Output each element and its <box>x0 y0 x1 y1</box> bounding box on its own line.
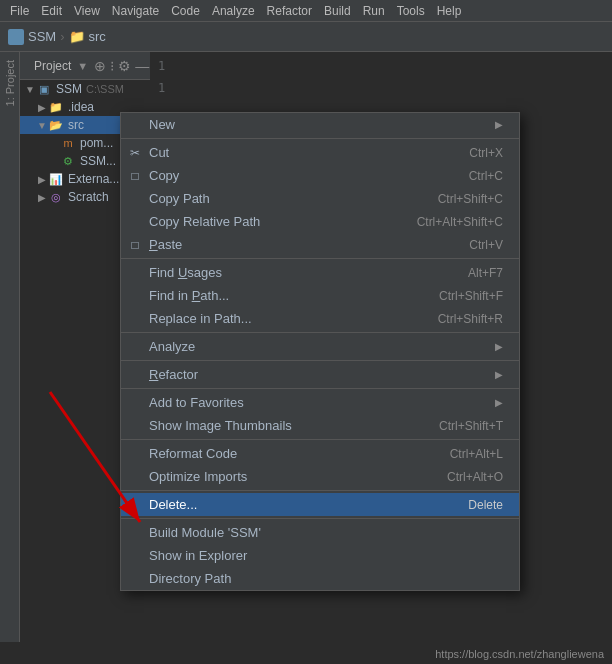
panel-title: Project <box>34 59 71 73</box>
watermark: https://blog.csdn.net/zhangliewena <box>435 648 604 660</box>
ctx-show-explorer[interactable]: Show in Explorer <box>121 544 519 567</box>
tree-root-path: C:\SSM <box>86 83 124 95</box>
toolbar: SSM › 📁 src <box>0 22 612 52</box>
ctx-refactor-arrow: ▶ <box>495 369 503 380</box>
context-menu: New ▶ ✂ Cut Ctrl+X □ Copy Ctrl+C Copy Pa… <box>120 112 520 591</box>
menu-view[interactable]: View <box>68 4 106 18</box>
tree-arrow-root: ▼ <box>24 83 36 95</box>
menu-edit[interactable]: Edit <box>35 4 68 18</box>
layout-icon[interactable]: ⁝ <box>110 58 114 74</box>
tree-src-label: src <box>68 118 84 132</box>
ctx-analyze[interactable]: Analyze ▶ <box>121 335 519 358</box>
tree-arrow-scratch: ▶ <box>36 191 48 203</box>
tree-arrow-external: ▶ <box>36 173 48 185</box>
copy-icon: □ <box>127 169 143 183</box>
gear-icon[interactable]: ⊕ <box>94 58 106 74</box>
folder-src-icon: 📂 <box>48 118 64 132</box>
ctx-replace-in-path[interactable]: Replace in Path... Ctrl+Shift+R <box>121 307 519 330</box>
menu-navigate[interactable]: Navigate <box>106 4 165 18</box>
ctx-sep7 <box>121 490 519 491</box>
ctx-directory-path[interactable]: Directory Path <box>121 567 519 590</box>
line-numbers: 1 1 <box>150 52 612 103</box>
menu-code[interactable]: Code <box>165 4 206 18</box>
breadcrumb-project[interactable]: SSM <box>28 29 56 44</box>
menu-run[interactable]: Run <box>357 4 391 18</box>
panel-header-icons: ⊕ ⁝ ⚙ — <box>94 58 149 74</box>
ctx-sep8 <box>121 518 519 519</box>
tree-arrow-src: ▼ <box>36 119 48 131</box>
panel-header: Project ▼ ⊕ ⁝ ⚙ — <box>20 52 150 80</box>
pom-icon: m <box>60 136 76 150</box>
tree-root[interactable]: ▼ ▣ SSM C:\SSM <box>20 80 150 98</box>
minimize-icon[interactable]: — <box>135 58 149 74</box>
tree-root-label: SSM <box>56 82 82 96</box>
menu-refactor[interactable]: Refactor <box>261 4 318 18</box>
menu-analyze[interactable]: Analyze <box>206 4 261 18</box>
menu-file[interactable]: File <box>4 4 35 18</box>
menu-tools[interactable]: Tools <box>391 4 431 18</box>
project-icon <box>8 29 24 45</box>
tree-idea-label: .idea <box>68 100 94 114</box>
side-tab-label: 1: Project <box>4 60 16 106</box>
tree-pom-label: pom... <box>80 136 113 150</box>
tree-arrow-ssm <box>48 155 60 167</box>
main-layout: 1: Project Project ▼ ⊕ ⁝ ⚙ — ▼ ▣ SSM C:\… <box>0 52 612 642</box>
tree-ssm-label: SSM... <box>80 154 116 168</box>
ctx-sep3 <box>121 332 519 333</box>
svg-line-1 <box>50 392 140 522</box>
ctx-copy[interactable]: □ Copy Ctrl+C <box>121 164 519 187</box>
folder-idea-icon: 📁 <box>48 100 64 114</box>
ctx-sep4 <box>121 360 519 361</box>
side-tab[interactable]: 1: Project <box>0 52 20 642</box>
panel-dropdown[interactable]: ▼ <box>77 60 88 72</box>
module-icon: ▣ <box>36 82 52 96</box>
breadcrumb-folder[interactable]: src <box>89 29 106 44</box>
ctx-find-usages[interactable]: Find Usages Alt+F7 <box>121 261 519 284</box>
menu-bar: File Edit View Navigate Code Analyze Ref… <box>0 0 612 22</box>
external-icon: 📊 <box>48 172 64 186</box>
annotation-arrow <box>30 382 170 542</box>
ctx-optimize[interactable]: Optimize Imports Ctrl+Alt+O <box>121 465 519 488</box>
ctx-add-favorites[interactable]: Add to Favorites ▶ <box>121 391 519 414</box>
ctx-sep1 <box>121 138 519 139</box>
ctx-paste[interactable]: □ Paste Ctrl+V <box>121 233 519 256</box>
ctx-find-in-path[interactable]: Find in Path... Ctrl+Shift+F <box>121 284 519 307</box>
ctx-favorites-arrow: ▶ <box>495 397 503 408</box>
paste-icon: □ <box>127 238 143 252</box>
tree-scratch-label: Scratch <box>68 190 109 204</box>
folder-icon-breadcrumb: 📁 <box>69 29 85 44</box>
ctx-build-module[interactable]: Build Module 'SSM' <box>121 521 519 544</box>
ctx-cut[interactable]: ✂ Cut Ctrl+X <box>121 141 519 164</box>
ctx-reformat[interactable]: Reformat Code Ctrl+Alt+L <box>121 442 519 465</box>
ctx-new[interactable]: New ▶ <box>121 113 519 136</box>
ctx-copy-path[interactable]: Copy Path Ctrl+Shift+C <box>121 187 519 210</box>
ctx-new-arrow: ▶ <box>495 119 503 130</box>
scratch-icon: ◎ <box>48 190 64 204</box>
ctx-analyze-arrow: ▶ <box>495 341 503 352</box>
ctx-copy-relative[interactable]: Copy Relative Path Ctrl+Alt+Shift+C <box>121 210 519 233</box>
tree-arrow-pom <box>48 137 60 149</box>
cut-icon: ✂ <box>127 146 143 160</box>
menu-help[interactable]: Help <box>431 4 468 18</box>
breadcrumb: SSM › 📁 src <box>8 29 106 45</box>
breadcrumb-sep: › <box>60 29 64 44</box>
ctx-sep2 <box>121 258 519 259</box>
ctx-refactor[interactable]: Refactor ▶ <box>121 363 519 386</box>
tree-external-label: Externa... <box>68 172 119 186</box>
tree-arrow-idea: ▶ <box>36 101 48 113</box>
ctx-sep5 <box>121 388 519 389</box>
ctx-sep6 <box>121 439 519 440</box>
ctx-show-thumbnails[interactable]: Show Image Thumbnails Ctrl+Shift+T <box>121 414 519 437</box>
ssm-icon: ⚙ <box>60 154 76 168</box>
ctx-delete[interactable]: Delete... Delete <box>121 493 519 516</box>
settings-icon[interactable]: ⚙ <box>118 58 131 74</box>
menu-build[interactable]: Build <box>318 4 357 18</box>
